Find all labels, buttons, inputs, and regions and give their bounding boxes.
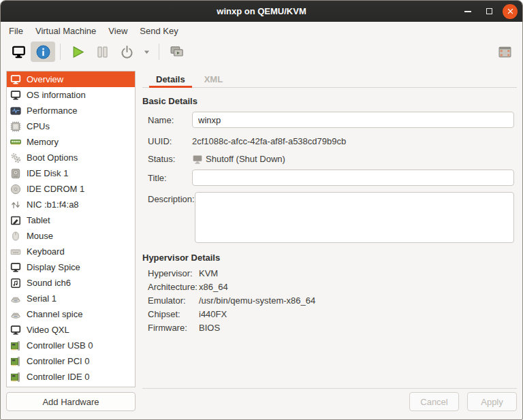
sidebar-item-sound-ich6[interactable]: Sound ich6 [7,275,135,291]
sidebar-item-label: IDE Disk 1 [27,168,68,178]
hypervisor-row-label: Hypervisor: [148,268,199,278]
sidebar-item-channel-spice[interactable]: Channel spice [7,306,135,322]
monitor-icon [12,45,26,59]
sidebar-item-controller-usb-0[interactable]: Controller USB 0 [7,338,135,353]
monitor-icon [10,74,21,85]
monitor-icon [10,262,21,273]
status-label: Status: [148,154,192,164]
sidebar-item-label: Video QXL [27,325,69,335]
hypervisor-details-heading: Hypervisor Details [142,253,514,263]
sidebar-item-label: OS information [27,90,86,100]
sidebar-item-label: Channel spice [27,309,82,319]
sidebar-item-label: Overview [27,74,63,84]
uuid-value: 2cf1088c-afcc-42fa-af8f-a538cd79b9cb [192,136,346,146]
monitor-icon [10,90,21,101]
status-value: Shutoff (Shut Down) [206,154,285,164]
sidebar-item-cpus[interactable]: CPUs [7,118,135,134]
manage-vm-windows-button[interactable] [164,42,189,62]
tablet-icon [10,215,21,226]
details-content: Basic Details Name: UUID: 2cf1088c-afcc-… [142,88,517,388]
menu-virtual-machine[interactable]: Virtual Machine [29,24,102,38]
sidebar-item-ide-cdrom-1[interactable]: IDE CDROM 1 [7,181,135,197]
sidebar-item-controller-pci-0[interactable]: Controller PCI 0 [7,353,135,369]
sidebar-item-label: Sound ich6 [27,278,71,288]
uuid-label: UUID: [148,136,192,146]
apply-button[interactable]: Apply [467,392,517,411]
cpu-icon [10,121,21,132]
title-row: Title: [148,169,514,186]
hypervisor-row-value: i440FX [199,309,227,319]
cdrom-icon [10,184,21,195]
status-row: Status: Shutoff (Shut Down) [148,152,514,166]
sidebar-item-partial[interactable] [7,385,135,387]
sidebar-item-memory[interactable]: Memory [7,134,135,150]
sidebar-item-label: Controller IDE 0 [27,372,89,382]
fullscreen-button[interactable] [492,42,517,62]
dual-monitor-icon [170,45,184,59]
hypervisor-row-label: Chipset: [148,309,199,319]
toolbar-separator [159,44,159,60]
sidebar-item-performance[interactable]: Performance [7,103,135,118]
window-title: winxp on QEMU/KVM [217,6,306,16]
sidebar-item-ide-disk-1[interactable]: IDE Disk 1 [7,165,135,181]
run-vm-button[interactable] [65,42,90,62]
sidebar-item-controller-ide-0[interactable]: Controller IDE 0 [7,369,135,385]
shutdown-menu-button[interactable] [139,42,154,62]
sidebar-item-serial-1[interactable]: Serial 1 [7,291,135,306]
controller-icon [10,387,21,388]
hypervisor-row-value: x86_64 [199,282,228,292]
title-input[interactable] [192,169,514,186]
details-panel: DetailsXML Basic Details Name: UUID: 2cf… [142,71,517,411]
sidebar-item-boot-options[interactable]: Boot Options [7,150,135,165]
sidebar-item-label: Display Spice [27,262,80,272]
sidebar-item-label: CPUs [27,121,50,131]
description-input[interactable] [195,192,514,243]
controller-icon [10,340,21,351]
sidebar-item-label: Keyboard [27,246,65,257]
sidebar-item-label: Controller USB 0 [27,340,93,351]
boot-icon [10,152,21,163]
sidebar-item-video-qxl[interactable]: Video QXL [7,322,135,338]
sidebar-item-label: Mouse [27,231,53,241]
cancel-button[interactable]: Cancel [409,392,459,411]
sidebar-item-display-spice[interactable]: Display Spice [7,259,135,275]
minimize-button[interactable] [460,4,475,19]
basic-details-heading: Basic Details [142,96,514,106]
tab-details[interactable]: Details [149,71,192,88]
maximize-button[interactable] [481,4,496,19]
performance-icon [10,106,21,116]
sidebar-item-tablet[interactable]: Tablet [7,212,135,228]
hypervisor-row-label: Emulator: [148,295,199,306]
mouse-icon [10,231,21,242]
sidebar-item-nic-b1-f4-a8[interactable]: NIC :b1:f4:a8 [7,197,135,212]
hypervisor-row-label: Architecture: [148,282,199,292]
pause-icon [95,45,110,59]
monitor-icon [10,325,21,336]
name-input[interactable] [192,112,514,128]
tab-xml[interactable]: XML [197,71,229,88]
nic-icon [10,199,21,210]
close-button[interactable] [503,4,518,19]
hypervisor-row-emulator: Emulator:/usr/bin/qemu-system-x86_64 [148,295,514,306]
vm-status-monitor-icon [192,154,203,165]
disk-icon [10,168,21,179]
menu-file[interactable]: File [3,24,29,38]
sidebar-item-os-information[interactable]: OS information [7,87,135,103]
hypervisor-rows: Hypervisor:KVMArchitecture:x86_64Emulato… [148,268,514,333]
close-icon [507,7,514,15]
maximize-icon [486,8,492,14]
sidebar-item-mouse[interactable]: Mouse [7,228,135,244]
menu-send-key[interactable]: Send Key [133,24,184,38]
show-details-button[interactable] [31,42,55,62]
sidebar-item-label: Serial 1 [27,293,57,304]
sidebar-item-overview[interactable]: Overview [7,71,135,87]
sidebar-item-keyboard[interactable]: Keyboard [7,244,135,259]
show-graphical-console-button[interactable] [6,42,31,62]
controller-icon [10,372,21,383]
menu-view[interactable]: View [102,24,133,38]
titlebar[interactable]: winxp on QEMU/KVM [1,1,522,22]
pause-vm-button[interactable] [90,42,114,62]
vm-details-window: winxp on QEMU/KVM FileVirtual MachineVie… [0,0,523,420]
shutdown-vm-button[interactable] [114,42,139,62]
add-hardware-button[interactable]: Add Hardware [6,392,136,411]
